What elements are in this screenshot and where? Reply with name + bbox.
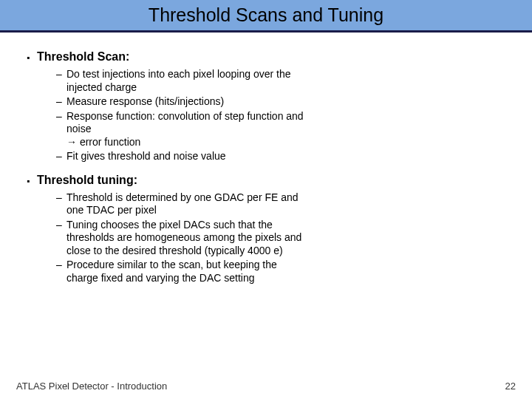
footer-left: ATLAS Pixel Detector - Introduction bbox=[16, 381, 167, 392]
slide: Threshold Scans and Tuning Threshold Sca… bbox=[0, 0, 532, 399]
sub-list-tuning: Threshold is determined by one GDAC per … bbox=[27, 191, 307, 285]
list-item: Tuning chooses the pixel DACs such that … bbox=[56, 219, 307, 258]
list-item: Fit gives threshold and noise value bbox=[56, 150, 307, 163]
list-item: Do test injections into each pixel loopi… bbox=[56, 68, 307, 94]
slide-content: Threshold Scan: Do test injections into … bbox=[0, 33, 532, 284]
list-item: Threshold is determined by one GDAC per … bbox=[56, 191, 307, 217]
page-number: 22 bbox=[505, 381, 516, 392]
list-item: Procedure similar to the scan, but keepi… bbox=[56, 259, 307, 284]
section-heading-tuning: Threshold tuning: bbox=[27, 174, 505, 187]
section-heading-scan: Threshold Scan: bbox=[27, 50, 505, 64]
list-item: Response function: convolution of step f… bbox=[56, 110, 307, 149]
sub-list-scan: Do test injections into each pixel loopi… bbox=[27, 68, 307, 163]
title-bar: Threshold Scans and Tuning bbox=[0, 0, 532, 33]
footer: ATLAS Pixel Detector - Introduction 22 bbox=[0, 381, 532, 392]
slide-title: Threshold Scans and Tuning bbox=[0, 4, 532, 26]
list-item: Measure response (hits/injections) bbox=[56, 95, 307, 109]
